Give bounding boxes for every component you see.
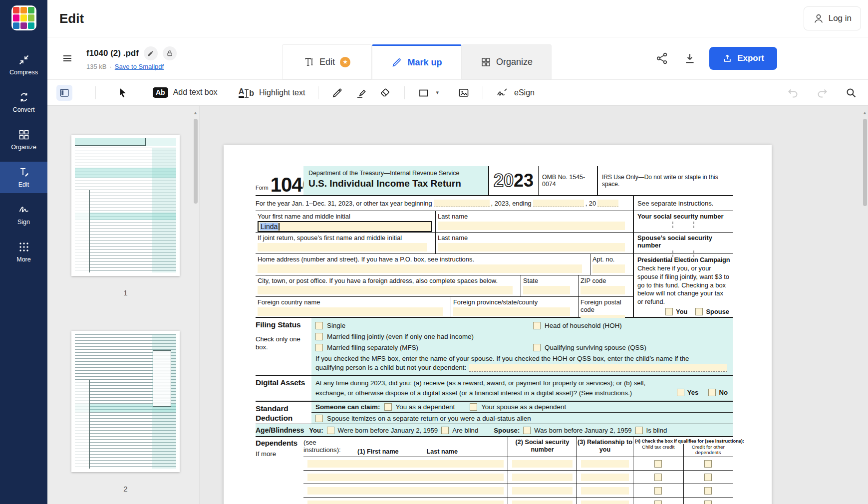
- pec-you-checkbox[interactable]: [665, 308, 673, 315]
- protect-file-button[interactable]: [163, 46, 177, 60]
- canvas-scrollbar-thumb[interactable]: [863, 119, 867, 206]
- year-beginning-field[interactable]: [434, 200, 490, 207]
- dependent-name-field[interactable]: [307, 501, 504, 504]
- last-name-label: Last name: [438, 213, 630, 220]
- page-thumbnail-1[interactable]: [71, 135, 180, 276]
- last-name-field[interactable]: [438, 222, 625, 230]
- highlighter-button[interactable]: [352, 84, 370, 101]
- page-title: Edit: [59, 11, 84, 26]
- insert-image-button[interactable]: [455, 84, 473, 101]
- save-to-smallpdf-link[interactable]: Save to Smallpdf: [115, 63, 164, 70]
- eraser-button[interactable]: [376, 84, 394, 101]
- you-dependent-checkbox[interactable]: [384, 403, 392, 411]
- dependent-rel-field[interactable]: [581, 474, 629, 481]
- mfs-checkbox[interactable]: [315, 344, 323, 351]
- ctc-checkbox[interactable]: [654, 487, 662, 495]
- ctc-checkbox[interactable]: [654, 474, 662, 481]
- digital-assets-yes-checkbox[interactable]: [677, 389, 684, 396]
- other-credit-checkbox[interactable]: [704, 460, 712, 468]
- dependent-ssn-field[interactable]: [512, 474, 573, 481]
- tab-mark-up[interactable]: Mark up: [372, 44, 462, 79]
- pec-spouse-checkbox[interactable]: [695, 308, 703, 315]
- sidebar-item-label: More: [16, 256, 30, 263]
- sidebar-item-more[interactable]: More: [0, 237, 47, 268]
- state-field[interactable]: [523, 286, 570, 294]
- highlight-text-button[interactable]: A b Highlight text: [236, 85, 308, 100]
- search-button[interactable]: [843, 85, 859, 101]
- toolbar-divider: [483, 86, 483, 99]
- add-text-box-button[interactable]: Ab Add text box: [150, 85, 221, 100]
- dependent-name-field[interactable]: [307, 487, 504, 495]
- zip-field[interactable]: [580, 286, 625, 294]
- panel-scrollbar-thumb[interactable]: [194, 119, 198, 204]
- ctc-checkbox[interactable]: [654, 501, 662, 504]
- tab-edit[interactable]: Edit ★: [282, 44, 372, 79]
- sidebar-item-compress[interactable]: Compress: [0, 49, 47, 81]
- toolbar-right-group: [785, 85, 859, 101]
- hoh-checkbox[interactable]: [533, 322, 541, 329]
- sidebar-item-organize[interactable]: Organize: [0, 124, 47, 156]
- single-checkbox[interactable]: [315, 322, 323, 329]
- foreign-postal-label: Foreign postal code: [580, 298, 630, 313]
- thumb-decoration: [75, 190, 90, 272]
- share-button[interactable]: [653, 50, 670, 67]
- city-field[interactable]: [258, 286, 513, 294]
- panel-scroll-up-icon[interactable]: ▲: [193, 111, 198, 115]
- menu-button[interactable]: [59, 50, 75, 66]
- mfs-spouse-name-field[interactable]: [469, 364, 727, 372]
- other-credit-checkbox[interactable]: [704, 487, 712, 495]
- dependent-ssn-field[interactable]: [512, 487, 573, 495]
- dependent-rel-field[interactable]: [581, 501, 629, 504]
- undo-button[interactable]: [785, 85, 801, 101]
- thumbnail-panel-toggle[interactable]: [56, 85, 72, 101]
- digital-assets-no-checkbox[interactable]: [708, 389, 716, 396]
- other-credit-checkbox[interactable]: [704, 501, 712, 504]
- dependent-ssn-field[interactable]: [512, 501, 573, 504]
- download-button[interactable]: [681, 50, 698, 67]
- dependent-name-field[interactable]: [307, 460, 504, 468]
- year-suffix-field[interactable]: [597, 200, 618, 207]
- foreign-province-field[interactable]: [453, 307, 570, 316]
- sidebar-item-convert[interactable]: Convert: [0, 87, 47, 118]
- select-tool-button[interactable]: [114, 85, 131, 101]
- spouse-last-name-field[interactable]: [438, 243, 625, 252]
- mfj-checkbox[interactable]: [315, 333, 323, 340]
- spouse-first-name-field[interactable]: [258, 243, 427, 252]
- login-button[interactable]: Log in: [804, 6, 861, 30]
- spouse-blind-checkbox[interactable]: [635, 427, 643, 434]
- home-address-field[interactable]: [258, 264, 582, 273]
- qss-checkbox[interactable]: [533, 344, 541, 351]
- first-name-field[interactable]: Linda: [258, 221, 432, 232]
- spouse-born-checkbox[interactable]: [523, 427, 531, 434]
- ssn-field[interactable]: [637, 222, 729, 228]
- tab-organize[interactable]: Organize: [462, 44, 552, 79]
- shape-tool-button[interactable]: ▾: [415, 84, 442, 101]
- compress-icon: [18, 54, 30, 66]
- export-button[interactable]: Export: [709, 47, 777, 70]
- dependent-ssn-field[interactable]: [512, 460, 573, 468]
- sidebar-item-label: Edit: [18, 181, 29, 188]
- you-born-checkbox[interactable]: [327, 427, 334, 434]
- draw-pencil-button[interactable]: [328, 84, 346, 101]
- redo-button[interactable]: [814, 85, 830, 101]
- apt-field[interactable]: [592, 264, 625, 273]
- sidebar-item-edit[interactable]: Edit: [0, 162, 47, 193]
- spouse-itemizes-checkbox[interactable]: [315, 415, 323, 422]
- foreign-postal-cell: Foreign postal code: [578, 297, 633, 317]
- dependent-name-field[interactable]: [307, 474, 504, 481]
- esign-button[interactable]: eSign: [493, 84, 538, 101]
- spouse-dependent-checkbox[interactable]: [470, 403, 477, 411]
- year-ending-field[interactable]: [533, 200, 584, 207]
- dependent-rel-field[interactable]: [581, 487, 629, 495]
- you-blind-checkbox[interactable]: [441, 427, 449, 434]
- dependent-rel-field[interactable]: [581, 460, 629, 468]
- ctc-cell: [633, 471, 683, 484]
- page-thumbnail-2[interactable]: [71, 331, 180, 472]
- rename-file-button[interactable]: [144, 46, 158, 60]
- canvas-scroll-up-icon[interactable]: ▲: [863, 111, 867, 115]
- smallpdf-logo[interactable]: [11, 5, 36, 30]
- foreign-country-field[interactable]: [258, 307, 443, 316]
- sidebar-item-sign[interactable]: Sign: [0, 199, 47, 231]
- ctc-checkbox[interactable]: [654, 460, 662, 468]
- other-credit-checkbox[interactable]: [704, 474, 712, 481]
